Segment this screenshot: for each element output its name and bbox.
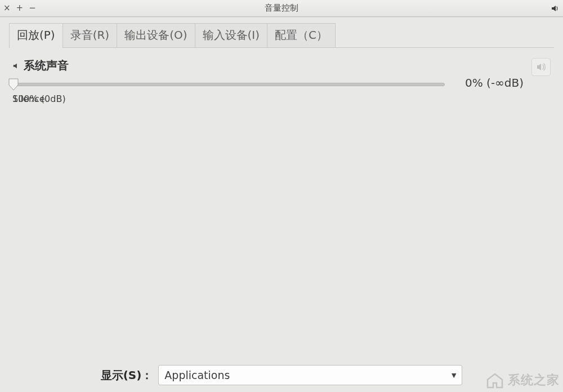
stream-main: 系统声音 Silence 100% (0dB): [12, 58, 445, 108]
tab-panel-playback: 系统声音 Silence 100% (0dB) 0% (-∞dB): [6, 48, 557, 108]
tab-bar: 回放(P) 录音(R) 输出设备(O) 输入设备(I) 配置（C）: [9, 23, 554, 48]
show-label: 显示(S)：: [101, 368, 153, 383]
speaker-icon: [12, 62, 20, 70]
show-dropdown[interactable]: Applications ▼: [158, 365, 462, 385]
tab-playback[interactable]: 回放(P): [9, 23, 63, 47]
close-button[interactable]: ×: [3, 4, 11, 12]
dropdown-selected: Applications: [164, 369, 230, 381]
tab-output-devices[interactable]: 输出设备(O): [117, 23, 195, 47]
footer: 显示(S)： Applications ▼: [0, 365, 563, 385]
speaker-icon: [551, 4, 560, 13]
stream-name: 系统声音: [24, 58, 69, 73]
stream-row: 系统声音 Silence 100% (0dB) 0% (-∞dB): [12, 58, 551, 108]
chevron-down-icon: ▼: [452, 372, 456, 379]
tab-recording[interactable]: 录音(R): [62, 23, 118, 47]
slider-thumb[interactable]: [8, 78, 19, 91]
window-title: 音量控制: [265, 3, 298, 14]
window-controls: × + −: [3, 4, 36, 12]
tab-configuration[interactable]: 配置（C）: [267, 23, 336, 47]
speaker-muted-icon: [536, 63, 546, 72]
volume-readout: 0% (-∞dB): [450, 76, 524, 90]
mute-button[interactable]: [531, 58, 551, 76]
stream-header: 系统声音: [12, 58, 445, 73]
minimize-button[interactable]: −: [29, 4, 36, 12]
volume-slider[interactable]: [12, 78, 445, 91]
tab-input-devices[interactable]: 输入设备(I): [195, 23, 268, 47]
slider-labels: Silence 100% (0dB): [12, 93, 445, 108]
maximize-button[interactable]: +: [16, 4, 24, 12]
slider-min-label: Silence: [12, 93, 45, 104]
titlebar: × + − 音量控制: [0, 0, 563, 17]
window-body: 回放(P) 录音(R) 输出设备(O) 输入设备(I) 配置（C） 系统声音: [0, 17, 563, 392]
titlebar-right: [551, 4, 560, 13]
slider-trough: [12, 83, 445, 86]
